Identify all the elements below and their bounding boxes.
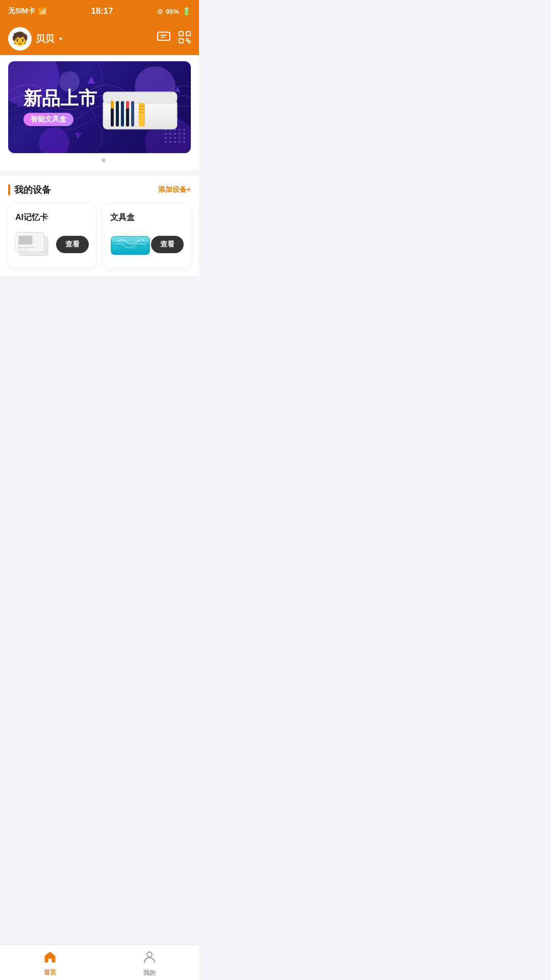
pencilbox-svg: [110, 231, 151, 259]
ai-card-svg: [15, 229, 56, 260]
header: 🧒 贝贝 ▾: [0, 22, 199, 55]
banner[interactable]: 新品上市 智能文具盒: [8, 61, 191, 153]
pencilbox-image: [110, 229, 151, 260]
banner-product-image: [99, 74, 181, 140]
wifi-icon: 📶: [38, 7, 47, 15]
banner-dots: [8, 158, 191, 162]
banner-container: 新品上市 智能文具盒: [0, 55, 199, 170]
triangle-decor-2: [74, 133, 82, 139]
bottom-nav-spacer: [0, 480, 199, 516]
battery-text: 95%: [166, 8, 179, 15]
device-card-ai[interactable]: AI记忆卡 查看: [8, 204, 96, 268]
user-dropdown-arrow[interactable]: ▾: [59, 35, 62, 42]
pencil-case-svg: [101, 77, 180, 138]
devices-section: 我的设备 添加设备+ AI记忆卡: [0, 176, 199, 276]
banner-title: 新品上市: [23, 88, 97, 109]
device-card-pencilbox[interactable]: 文具盒: [103, 204, 191, 268]
svg-rect-13: [121, 101, 124, 127]
section-header: 我的设备 添加设备+: [8, 184, 191, 196]
svg-rect-12: [116, 101, 119, 127]
section-title-wrap: 我的设备: [8, 184, 51, 196]
section-title-bar: [8, 184, 10, 195]
banner-dot-2[interactable]: [102, 158, 106, 162]
status-left: 无SIM卡 📶: [8, 7, 47, 16]
device-card-bottom-ai: 查看: [15, 229, 89, 260]
device-name-ai: AI记忆卡: [15, 212, 89, 223]
scan-icon[interactable]: [179, 31, 191, 46]
view-button-pencilbox[interactable]: 查看: [151, 236, 184, 253]
svg-rect-15: [131, 101, 134, 127]
svg-rect-29: [111, 236, 149, 242]
status-time: 18:17: [91, 6, 113, 16]
add-device-button[interactable]: 添加设备+: [158, 185, 191, 194]
header-left: 🧒 贝贝 ▾: [8, 27, 62, 51]
username-label[interactable]: 贝贝: [36, 33, 54, 45]
svg-rect-16: [111, 101, 114, 109]
ai-card-image: [15, 229, 56, 260]
separator-1: [0, 170, 199, 176]
main-content-area: [0, 276, 199, 480]
svg-rect-10: [103, 92, 177, 103]
message-icon[interactable]: [157, 32, 170, 46]
svg-rect-25: [19, 236, 32, 244]
banner-dot-1[interactable]: [93, 158, 97, 162]
lock-icon: ⊙: [157, 8, 163, 15]
banner-text-area: 新品上市 智能文具盒: [23, 88, 97, 126]
svg-rect-3: [179, 32, 183, 36]
status-right: ⊙ 95% 🔋: [157, 7, 191, 15]
svg-rect-18: [139, 103, 145, 127]
battery-icon: 🔋: [182, 7, 191, 15]
svg-rect-17: [126, 101, 129, 109]
svg-rect-6: [186, 39, 188, 41]
devices-grid: AI记忆卡 查看: [8, 204, 191, 268]
device-card-bottom-pencilbox: 查看: [110, 229, 184, 260]
svg-rect-7: [188, 41, 190, 43]
device-name-pencilbox: 文具盒: [110, 212, 184, 223]
section-title: 我的设备: [14, 184, 51, 196]
svg-rect-0: [158, 32, 170, 40]
banner-subtitle: 智能文具盒: [23, 113, 73, 126]
avatar[interactable]: 🧒: [8, 27, 32, 51]
status-bar: 无SIM卡 📶 18:17 ⊙ 95% 🔋: [0, 0, 199, 22]
view-button-ai[interactable]: 查看: [56, 236, 89, 253]
header-right: [157, 31, 191, 46]
svg-rect-5: [179, 39, 183, 43]
signal-text: 无SIM卡: [8, 7, 35, 16]
svg-rect-4: [186, 32, 190, 36]
triangle-decor-1: [87, 77, 95, 84]
